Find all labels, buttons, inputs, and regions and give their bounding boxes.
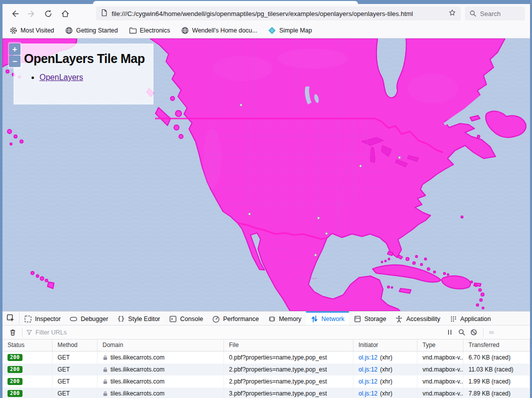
block-requests-button[interactable]	[468, 326, 480, 338]
devtools-tab[interactable]: {} Style Editor	[112, 312, 164, 325]
gear-icon	[10, 26, 18, 34]
initiator-link[interactable]: ol.js:12	[358, 388, 378, 398]
initiator-link[interactable]: ol.js:12	[358, 352, 378, 364]
column-header-method[interactable]: Method	[52, 340, 98, 351]
request-row[interactable]: 200 GET tiles.ilikecarrots.com 0.pbf?pro…	[2, 352, 530, 364]
initiator-suffix: (xhr)	[380, 364, 392, 376]
devtools-tab-label: Application	[460, 316, 491, 322]
column-header-domain[interactable]: Domain	[98, 340, 224, 351]
initiator-link[interactable]: ol.js:12	[358, 376, 378, 388]
devtools-tab[interactable]: Accessibility	[390, 312, 444, 325]
performance-icon	[212, 315, 220, 323]
url-bar[interactable]: file:///C:/cygwin64/home/wendell/gis/ope…	[96, 6, 461, 20]
lock-icon	[102, 379, 108, 384]
column-header-file[interactable]: File	[224, 340, 354, 351]
devtools-tab[interactable]: Storage	[349, 312, 391, 325]
bookmark-item[interactable]: Getting Started	[65, 26, 118, 34]
reload-icon	[44, 9, 53, 18]
request-transferred: 11.03 KB (raced)	[464, 364, 530, 376]
request-row[interactable]: 200 GET tiles.ilikecarrots.com 3.pbf?pro…	[2, 388, 530, 398]
reload-button[interactable]	[42, 6, 56, 20]
openlayers-link[interactable]: OpenLayers	[40, 73, 83, 82]
block-icon	[470, 328, 478, 336]
globe-icon	[181, 26, 189, 34]
request-method: GET	[52, 364, 98, 376]
type-filter-button[interactable]	[496, 331, 502, 334]
style-editor-icon: {}	[117, 315, 125, 323]
pause-recording-button[interactable]	[444, 326, 456, 338]
devtools-tab-label: Console	[180, 316, 203, 322]
back-arrow-icon	[10, 9, 20, 18]
lock-icon	[102, 391, 108, 396]
column-header-status[interactable]: Status	[2, 340, 52, 351]
url-text[interactable]: file:///C:/cygwin64/home/wendell/gis/ope…	[112, 10, 445, 18]
devtools-tabbar: Inspector Debugger {} Style Editor Conso…	[2, 312, 530, 326]
network-icon	[310, 315, 318, 323]
type-filter-button[interactable]	[519, 331, 524, 334]
bookmark-item[interactable]: Most Visited	[10, 26, 54, 34]
pause-icon	[446, 328, 454, 336]
trash-icon	[9, 328, 16, 336]
search-placeholder: Search	[480, 10, 500, 18]
filter-urls-input[interactable]: Filter URLs	[26, 329, 444, 336]
bookmark-item[interactable]: Wendell's Home docu...	[181, 26, 257, 34]
devtools-tab[interactable]: Debugger	[65, 312, 112, 325]
request-file: 0.pbf?properties=name,type,pop_est	[224, 352, 354, 364]
initiator-suffix: (xhr)	[380, 388, 392, 398]
request-type: vnd.mapbox-v...	[418, 376, 464, 388]
funnel-icon	[26, 329, 32, 336]
zoom-in-button[interactable]: +	[9, 44, 20, 55]
clear-requests-button[interactable]	[6, 326, 18, 338]
application-icon	[450, 315, 458, 323]
initiator-link[interactable]: ol.js:12	[358, 364, 378, 376]
home-button[interactable]	[58, 6, 72, 20]
request-file: 2.pbf?properties=name,type,pop_est	[224, 376, 354, 388]
svg-text:{}: {}	[118, 316, 124, 322]
request-row[interactable]: 200 GET tiles.ilikecarrots.com 2.pbf?pro…	[2, 364, 530, 376]
search-box[interactable]: Search	[465, 6, 525, 20]
back-button[interactable]	[8, 6, 22, 20]
bookmark-item[interactable]: Electronics	[129, 26, 170, 34]
folder-icon	[129, 26, 137, 34]
devtools-tab-label: Debugger	[80, 316, 108, 322]
status-badge: 200	[8, 378, 22, 385]
map-viewport[interactable]: OpenLayers Tile Map OpenLayers + −	[2, 38, 530, 311]
search-requests-button[interactable]	[456, 326, 468, 338]
devtools-tab[interactable]: Inspector	[20, 312, 65, 325]
type-filter-button[interactable]	[512, 331, 516, 334]
column-header-type[interactable]: Type	[418, 340, 464, 351]
zoom-out-button[interactable]: −	[9, 56, 20, 67]
request-file: 3.pbf?properties=name,type,pop_est	[224, 388, 354, 398]
request-method: GET	[52, 376, 98, 388]
home-icon	[60, 9, 70, 18]
bookmark-item[interactable]: Simple Map	[268, 26, 312, 34]
devtools-tab-label: Inspector	[35, 316, 60, 322]
devtools-tab-label: Style Editor	[128, 316, 160, 322]
filter-placeholder: Filter URLs	[36, 329, 67, 336]
devtools-tab[interactable]: Memory	[264, 312, 306, 325]
request-method: GET	[52, 388, 98, 398]
column-header-transferred[interactable]: Transferred	[464, 340, 530, 351]
accessibility-icon	[395, 315, 403, 323]
search-icon	[470, 10, 476, 17]
request-domain: tiles.ilikecarrots.com	[110, 364, 164, 376]
diamond-icon	[268, 26, 276, 34]
devtools-tab[interactable]: Application	[445, 312, 496, 325]
devtools-tab[interactable]: Performance	[208, 312, 264, 325]
forward-button[interactable]	[24, 6, 39, 20]
column-header-initiator[interactable]: Initiator	[354, 340, 418, 351]
devtools-tab[interactable]: Network	[306, 312, 349, 325]
storage-icon	[354, 315, 362, 323]
devtools-tab[interactable]: Console	[164, 312, 208, 325]
inspector-icon	[24, 315, 32, 323]
type-filter-button[interactable]	[489, 331, 494, 334]
type-filter-button[interactable]	[504, 331, 509, 334]
pick-element-button[interactable]	[2, 312, 20, 325]
devtools-tab-label: Accessibility	[406, 316, 440, 322]
bookmark-star-icon[interactable]	[448, 8, 456, 19]
debugger-icon	[70, 315, 78, 323]
request-domain: tiles.ilikecarrots.com	[110, 352, 164, 364]
status-badge: 200	[8, 390, 22, 397]
request-row[interactable]: 200 GET tiles.ilikecarrots.com 2.pbf?pro…	[2, 376, 530, 388]
request-type: vnd.mapbox-v...	[418, 388, 464, 398]
